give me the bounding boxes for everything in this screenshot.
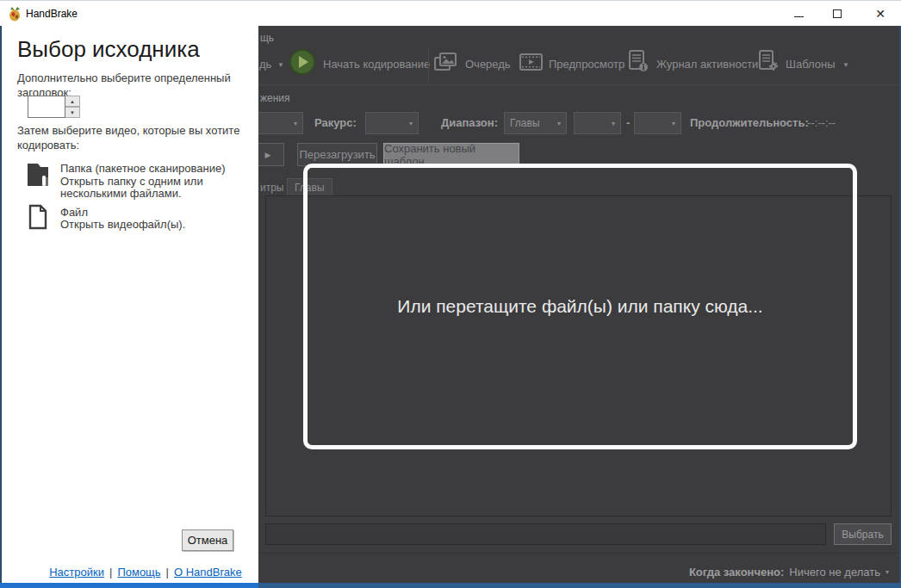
- menu-help-fragment[interactable]: щь: [260, 32, 274, 44]
- then-select-text-line1: Затем выберите видео, которые вы хотите: [17, 124, 239, 137]
- caret-down-icon: ▾: [612, 120, 615, 127]
- optional-title-text-line1: Дополнительно выберите определенный: [17, 71, 231, 84]
- angle-label: Ракурс:: [314, 116, 357, 129]
- statusbar: Когда закончено: Ничего не делать ▾: [689, 566, 889, 579]
- source-section-label-fragment: жения: [260, 92, 290, 104]
- caret-down-icon: ▾: [294, 120, 297, 127]
- help-link[interactable]: Помощь: [117, 566, 160, 579]
- when-done-caret-icon[interactable]: ▾: [885, 568, 889, 576]
- link-separator: |: [109, 566, 112, 579]
- activity-log-icon[interactable]: [627, 50, 650, 72]
- play-icon: [299, 56, 308, 68]
- file-icon[interactable]: [28, 204, 48, 230]
- presets-icon[interactable]: [757, 50, 780, 72]
- presets-caret-icon[interactable]: ▼: [842, 61, 849, 69]
- title-number-spinner: ▲ ▼: [28, 96, 80, 118]
- toolbar-separator: [428, 47, 429, 82]
- maximize-button[interactable]: [823, 1, 852, 27]
- folder-option-desc2[interactable]: несколькими файлами.: [60, 187, 182, 200]
- destination-input[interactable]: [265, 523, 826, 545]
- folder-option-title[interactable]: Папка (пакетное сканирование): [60, 162, 225, 175]
- handbrake-window: щь дь ▼ Начать кодирование Очередь Предп…: [0, 0, 901, 588]
- drag-drop-zone[interactable]: Или перетащите файл(ы) или папку сюда...: [303, 164, 857, 449]
- caret-down-icon: ▾: [409, 120, 413, 127]
- open-source-caret-icon[interactable]: ▼: [277, 61, 284, 69]
- range-end-dropdown[interactable]: ▾: [634, 112, 681, 134]
- angle-dropdown[interactable]: ▾: [365, 112, 419, 134]
- presets-button[interactable]: Шаблоны: [786, 58, 836, 71]
- reload-preset-button[interactable]: Перезагрузить: [297, 143, 377, 166]
- link-separator: |: [166, 566, 169, 579]
- queue-icon[interactable]: [433, 51, 459, 73]
- handbrake-logo-icon: [7, 6, 22, 22]
- duration-value: --:--:--: [807, 116, 836, 129]
- close-icon: ✕: [875, 8, 885, 20]
- folder-batch-icon[interactable]: [26, 160, 52, 189]
- spinner-down-button[interactable]: ▼: [65, 107, 80, 118]
- when-done-label: Когда закончено:: [689, 566, 784, 579]
- range-mode-dropdown[interactable]: Главы▾: [504, 112, 567, 134]
- title-number-input[interactable]: [28, 96, 65, 118]
- open-source-button-fragment[interactable]: дь: [259, 58, 271, 71]
- window-bottom-accent-right: [258, 583, 901, 588]
- caret-down-icon: ▾: [672, 120, 675, 127]
- source-selection-panel: Выбор исходника Дополнительно выберите о…: [0, 26, 258, 583]
- settings-link[interactable]: Настройки: [49, 566, 104, 579]
- start-encode-icon[interactable]: [289, 49, 315, 75]
- window-title: HandBrake: [26, 8, 78, 20]
- range-start-dropdown[interactable]: ▾: [574, 112, 621, 134]
- window-bottom-accent-left: [0, 583, 258, 588]
- arrow-right-icon: ▶: [265, 151, 271, 159]
- statusbar-divider: [258, 553, 899, 554]
- panel-title: Выбор исходника: [17, 36, 200, 63]
- browse-button[interactable]: Выбрать: [834, 523, 892, 545]
- minimize-icon: [794, 16, 804, 17]
- drag-drop-hint: Или перетащите файл(ы) или папку сюда...: [397, 296, 762, 317]
- then-select-text-line2: кодировать:: [17, 139, 79, 152]
- duration-label: Продолжительность:: [690, 116, 809, 129]
- range-dash: -: [626, 116, 630, 129]
- file-option-desc[interactable]: Открыть видеофайл(ы).: [60, 218, 185, 231]
- when-done-dropdown[interactable]: Ничего не делать: [789, 566, 880, 579]
- caret-down-icon: ▾: [557, 120, 561, 127]
- queue-button[interactable]: Очередь: [465, 58, 511, 71]
- minimize-button[interactable]: [784, 1, 813, 27]
- cancel-button[interactable]: Отмена: [182, 529, 233, 551]
- file-option-title[interactable]: Файл: [60, 206, 88, 219]
- save-new-preset-button[interactable]: Сохранить новый шаблон: [383, 143, 519, 166]
- folder-option-desc1[interactable]: Открыть папку с одним или: [60, 175, 203, 188]
- about-link[interactable]: О HandBrake: [174, 566, 242, 579]
- maximize-icon: [833, 9, 842, 18]
- close-button[interactable]: ✕: [866, 1, 895, 27]
- titlebar[interactable]: HandBrake ✕: [0, 0, 901, 26]
- activity-log-button[interactable]: Журнал активности: [656, 58, 758, 71]
- start-encode-button[interactable]: Начать кодирование: [323, 58, 430, 71]
- preview-button[interactable]: Предпросмотр: [549, 58, 624, 71]
- range-label: Диапазон:: [441, 116, 498, 129]
- spinner-up-button[interactable]: ▲: [65, 96, 80, 107]
- toolbar-divider: [258, 84, 899, 85]
- tab-subtitles-fragment[interactable]: итры: [260, 178, 284, 196]
- range-mode-value: Главы: [510, 117, 540, 129]
- preview-icon[interactable]: [519, 53, 543, 71]
- panel-footer-links: Настройки|Помощь|О HandBrake: [17, 566, 274, 579]
